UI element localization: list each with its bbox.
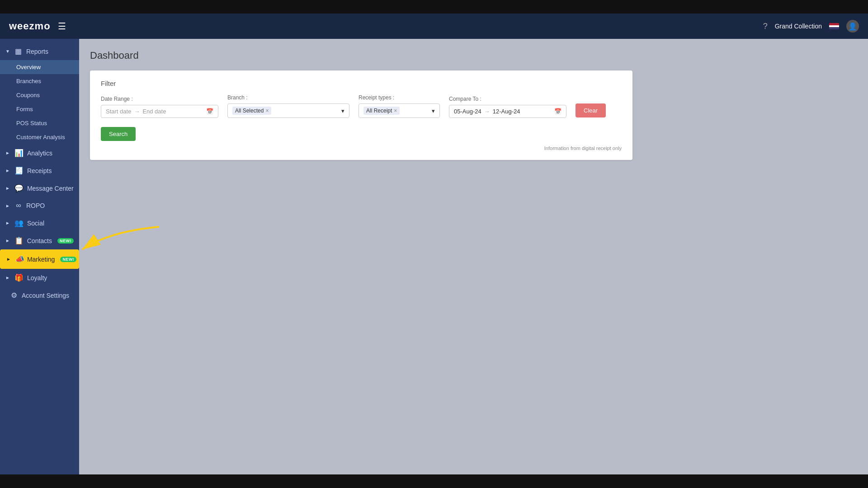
filter-panel: Filter Date Range : Start date → End dat… [90, 70, 632, 160]
sidebar-item-ropo[interactable]: ► ∞ ROPO [0, 197, 79, 214]
sidebar-item-label: Account Settings [22, 292, 69, 299]
sidebar-item-customer-analysis[interactable]: Customer Analysis [0, 130, 79, 144]
customer-analysis-label: Customer Analysis [16, 134, 65, 141]
forms-label: Forms [16, 106, 33, 113]
sidebar-item-social[interactable]: ► 👥 Social [0, 214, 79, 232]
sidebar-item-receipts[interactable]: ► 🧾 Receipts [0, 162, 79, 179]
sidebar-item-label: Reports [26, 48, 48, 55]
settings-icon: ⚙ [10, 291, 18, 300]
logo: weezmo [9, 20, 51, 32]
sidebar-item-label: ROPO [26, 202, 45, 209]
reports-icon: ▦ [14, 47, 23, 56]
start-date-placeholder: Start date [106, 108, 131, 115]
analytics-icon: 📊 [14, 149, 24, 157]
avatar[interactable]: 👤 [846, 20, 859, 33]
new-badge: NEW! [60, 257, 76, 262]
top-bar [0, 0, 868, 14]
store-name: Grand Collection [775, 23, 822, 30]
chevron-right-icon: ► [5, 221, 10, 225]
coupons-label: Coupons [16, 92, 40, 99]
header-right: ? Grand Collection 👤 [763, 20, 859, 33]
sidebar-item-pos-status[interactable]: POS Status [0, 116, 79, 130]
chevron-down-icon: ▼ [5, 49, 10, 54]
filter-note: Information from digital receipt only [101, 145, 622, 151]
arrow-annotation [79, 222, 164, 278]
arrow-icon: → [134, 108, 140, 115]
contacts-icon: 📋 [14, 236, 24, 245]
tag-remove-icon[interactable]: × [394, 108, 397, 114]
chevron-right-icon: ► [5, 203, 10, 208]
receipt-tag: All Receipt × [363, 107, 400, 115]
filter-group-branch: Branch : All Selected × ▾ [227, 94, 349, 118]
branch-label: Branch : [227, 94, 349, 101]
ropo-icon: ∞ [14, 202, 23, 210]
sidebar-item-reports[interactable]: ▼ ▦ Reports [0, 42, 79, 60]
sidebar-item-marketing[interactable]: ► 📣 Marketing NEW! [0, 249, 79, 269]
filter-title: Filter [101, 80, 622, 87]
clear-button[interactable]: Clear [576, 103, 606, 117]
branch-select[interactable]: All Selected × ▾ [227, 103, 349, 118]
compare-end: 12-Aug-24 [493, 108, 520, 115]
sidebar-item-branches[interactable]: Branches [0, 74, 79, 88]
calendar-icon: 📅 [206, 108, 213, 115]
compare-start: 05-Aug-24 [454, 108, 481, 115]
filter-row: Date Range : Start date → End date 📅 Bra… [101, 94, 622, 141]
pos-status-label: POS Status [16, 120, 47, 127]
sidebar-item-label: Marketing [27, 256, 55, 263]
bottom-bar [0, 474, 868, 488]
calendar-icon: 📅 [554, 108, 561, 115]
sidebar-item-label: Analytics [27, 150, 52, 157]
chevron-right-icon: ► [5, 150, 10, 155]
header: weezmo ☰ ? Grand Collection 👤 [0, 14, 868, 39]
sidebar-item-loyalty[interactable]: ► 🎁 Loyalty [0, 269, 79, 286]
sidebar-item-forms[interactable]: Forms [0, 102, 79, 116]
overview-label: Overview [16, 64, 41, 70]
chevron-right-icon: ► [5, 238, 10, 243]
date-range-input[interactable]: Start date → End date 📅 [101, 105, 218, 118]
date-range-label: Date Range : [101, 96, 218, 102]
filter-group-date: Date Range : Start date → End date 📅 [101, 96, 218, 118]
compare-to-label: Compare To : [449, 96, 566, 102]
dropdown-arrow-icon: ▾ [432, 108, 435, 114]
compare-to-input[interactable]: 05-Aug-24 → 12-Aug-24 📅 [449, 105, 566, 118]
flag-icon [829, 23, 839, 29]
sidebar-item-label: Social [27, 220, 44, 227]
social-icon: 👥 [14, 219, 24, 227]
sidebar-item-label: Message Center [27, 185, 74, 192]
sidebar-item-label: Contacts [27, 237, 52, 244]
receipt-types-label: Receipt types : [359, 94, 440, 101]
search-button[interactable]: Search [101, 127, 136, 141]
layout: ▼ ▦ Reports Overview Branches Coupons Fo… [0, 39, 868, 474]
tag-remove-icon[interactable]: × [265, 108, 269, 114]
sidebar-item-contacts[interactable]: ► 📋 Contacts NEW! [0, 232, 79, 249]
dropdown-arrow-icon: ▾ [341, 108, 344, 114]
main-content: Dashboard Filter Date Range : Start date… [79, 39, 868, 474]
receipt-types-select[interactable]: All Receipt × ▾ [359, 103, 440, 118]
sidebar-item-overview[interactable]: Overview [0, 60, 79, 74]
chevron-right-icon: ► [5, 275, 10, 280]
annotation-arrow-svg [79, 222, 164, 277]
arrow-icon: → [484, 108, 490, 115]
sidebar-item-analytics[interactable]: ► 📊 Analytics [0, 144, 79, 162]
branch-tag: All Selected × [232, 107, 271, 115]
sidebar-item-label: Receipts [27, 167, 52, 174]
sidebar-item-account-settings[interactable]: ⚙ Account Settings [0, 286, 79, 304]
receipts-icon: 🧾 [14, 166, 24, 175]
sidebar-item-message-center[interactable]: ► 💬 Message Center [0, 179, 79, 197]
help-icon[interactable]: ? [763, 22, 768, 31]
loyalty-icon: 🎁 [14, 273, 24, 282]
chevron-right-icon: ► [5, 186, 10, 191]
branches-label: Branches [16, 78, 41, 84]
end-date-placeholder: End date [142, 108, 166, 115]
filter-group-compare: Compare To : 05-Aug-24 → 12-Aug-24 📅 [449, 96, 566, 118]
sidebar-item-coupons[interactable]: Coupons [0, 88, 79, 102]
filter-group-receipt-types: Receipt types : All Receipt × ▾ [359, 94, 440, 118]
message-center-icon: 💬 [14, 184, 24, 192]
marketing-icon: 📣 [15, 255, 24, 263]
chevron-right-icon: ► [6, 257, 11, 262]
new-badge: NEW! [57, 238, 74, 244]
menu-icon[interactable]: ☰ [58, 21, 66, 32]
page-title: Dashboard [90, 50, 857, 61]
chevron-right-icon: ► [5, 168, 10, 173]
sidebar: ▼ ▦ Reports Overview Branches Coupons Fo… [0, 39, 79, 474]
